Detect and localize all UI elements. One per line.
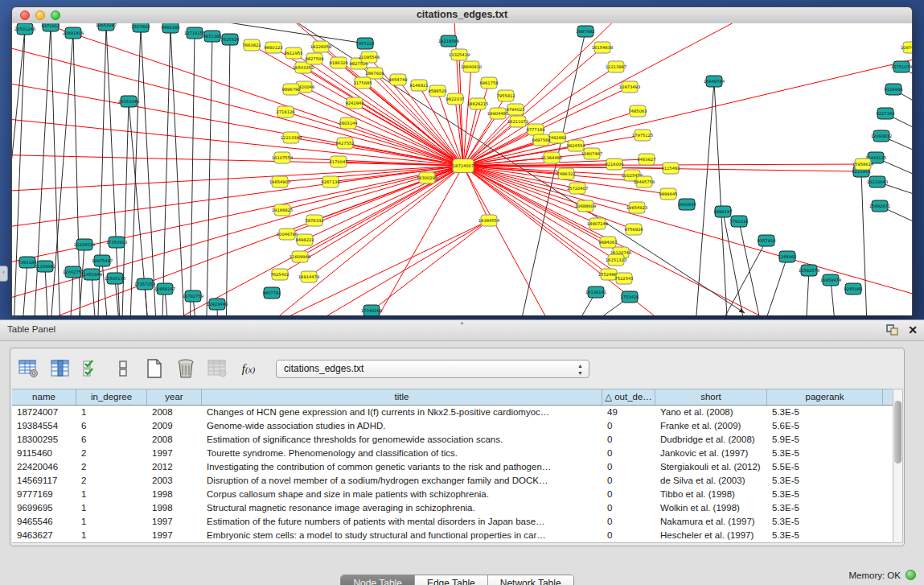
table-row[interactable]: 969969511998Structural magnetic resonanc…: [12, 501, 893, 515]
table-gear-button[interactable]: [17, 356, 41, 381]
table-cell: Embryonic stem cells: a model to study s…: [202, 529, 602, 542]
close-panel-icon[interactable]: ✕: [908, 323, 918, 336]
select-stepper-icon: ▲▼: [577, 362, 583, 377]
table-cell: 2008: [147, 433, 202, 447]
edge[interactable]: [69, 272, 73, 315]
edge[interactable]: [463, 67, 471, 166]
node-label: 20206516: [74, 242, 95, 247]
edge[interactable]: [206, 36, 212, 315]
table-row[interactable]: 1938455462009Genome-wide association stu…: [12, 419, 893, 433]
edge[interactable]: [12, 166, 463, 234]
node-label: 18807249: [587, 221, 608, 226]
node-label: 9822037: [446, 97, 464, 101]
table-row[interactable]: 1830029562008Estimation of significance …: [12, 433, 893, 447]
node-label: 19218586: [438, 39, 459, 43]
edge[interactable]: [463, 166, 853, 315]
edge[interactable]: [314, 166, 463, 220]
function-builder-button[interactable]: f(x): [236, 356, 261, 381]
column-header-pagerank[interactable]: pagerank: [767, 389, 883, 405]
tab-edge-table[interactable]: Edge Table: [415, 575, 488, 585]
edge[interactable]: [202, 166, 463, 315]
table-panel-header[interactable]: ▴ Table Panel ✕: [0, 320, 924, 341]
table-body[interactable]: 1872400712008Changes of HCN gene express…: [12, 406, 893, 543]
node-label: 19654903: [269, 179, 290, 184]
table-row[interactable]: 1456911722003Disruption of a novel membe…: [12, 474, 893, 488]
edge[interactable]: [805, 270, 809, 315]
edge[interactable]: [314, 59, 463, 166]
stacked-squares-button[interactable]: [111, 356, 135, 381]
tab-network-table[interactable]: Network Table: [488, 575, 573, 585]
column-header-in_degree[interactable]: in_degree: [76, 389, 147, 405]
node-label: 5878332: [305, 218, 323, 223]
table-row[interactable]: 2242004622012Investigating the contribut…: [12, 460, 893, 474]
node-label: 8267130: [321, 179, 339, 184]
node-label: 8498222: [295, 237, 314, 242]
node-label: 9245066: [844, 286, 862, 291]
splitter-grip-icon[interactable]: ▴: [0, 319, 924, 326]
green-checks-button[interactable]: [80, 356, 104, 381]
trash-icon[interactable]: [174, 356, 198, 381]
edge[interactable]: [51, 26, 61, 315]
edge[interactable]: [45, 266, 49, 315]
edge[interactable]: [463, 166, 580, 315]
table-cell: 19384554: [12, 419, 76, 433]
edge[interactable]: [190, 33, 195, 315]
node-label: 19904485: [487, 111, 508, 116]
table-cell: Corpus callosum shape and size in male p…: [202, 488, 602, 501]
edge[interactable]: [314, 220, 489, 315]
edge[interactable]: [757, 257, 787, 315]
vertical-scrollbar[interactable]: [893, 389, 903, 543]
edge[interactable]: [532, 297, 630, 315]
edge[interactable]: [694, 81, 714, 315]
table-cell: Changes of HCN gene expression and I(f) …: [202, 406, 602, 419]
table-row[interactable]: 977716911998Corpus callosum shape and si…: [12, 488, 893, 501]
edge[interactable]: [129, 27, 141, 315]
node-label: 9457791: [262, 290, 281, 295]
tab-node-table[interactable]: Node Table: [341, 575, 415, 585]
window-titlebar[interactable]: citations_edges.txt: [12, 7, 912, 24]
node-label: 9899645: [659, 192, 677, 196]
column-header-title[interactable]: title: [202, 389, 602, 405]
edge[interactable]: [285, 112, 463, 166]
node-label: 15958614: [852, 162, 874, 167]
edge[interactable]: [77, 245, 84, 315]
node-label: 12213399: [281, 135, 302, 140]
node-label: 1527602: [131, 24, 150, 29]
edge[interactable]: [714, 81, 729, 315]
edge[interactable]: [106, 25, 121, 315]
edge[interactable]: [13, 29, 25, 315]
edge[interactable]: [92, 274, 97, 315]
node-label: 15751074: [891, 64, 912, 69]
node-label: 18724007: [453, 163, 474, 168]
network-selector[interactable]: citations_edges.txt ▲▼: [276, 360, 589, 378]
node-label: 2718126: [276, 109, 294, 114]
table-cell: 0: [602, 529, 655, 542]
node-label: 20891406: [63, 31, 84, 35]
edge[interactable]: [861, 171, 868, 315]
table-row[interactable]: 946554611997Estimation of the future num…: [12, 515, 893, 529]
column-header-out_de[interactable]: △ out_de…: [602, 389, 655, 405]
scrollbar-thumb[interactable]: [894, 401, 901, 463]
hidden-panel-handle[interactable]: ‹: [0, 266, 8, 282]
column-header-short[interactable]: short: [655, 389, 767, 405]
edge[interactable]: [463, 49, 912, 166]
table-row[interactable]: 1872400712008Changes of HCN gene express…: [12, 406, 893, 419]
table-tabs: Node TableEdge TableNetwork Table: [340, 575, 573, 585]
table-header-row[interactable]: namein_degreeyeartitle△ out_de…shortpage…: [12, 389, 893, 406]
new-document-icon[interactable]: [142, 356, 166, 381]
edge[interactable]: [226, 39, 230, 315]
edge[interactable]: [21, 262, 27, 315]
table-cell: 6: [76, 433, 147, 447]
table-row[interactable]: 946362711997Embryonic stem cells: a mode…: [12, 529, 893, 542]
table-cell: Tourette syndrome. Phenomenology and cla…: [202, 447, 602, 460]
network-canvas[interactable]: 1872400720531246937191220891406106532871…: [12, 23, 912, 315]
column-highlight-button[interactable]: [48, 356, 72, 381]
float-window-icon[interactable]: [886, 324, 898, 336]
edge[interactable]: [463, 166, 912, 307]
node-label: 2803144: [339, 121, 358, 126]
column-header-name[interactable]: name: [12, 389, 76, 405]
edge[interactable]: [162, 27, 170, 315]
table-row[interactable]: 911546021997Tourette syndrome. Phenomeno…: [12, 447, 893, 460]
column-header-year[interactable]: year: [147, 389, 202, 405]
edge[interactable]: [463, 23, 660, 166]
